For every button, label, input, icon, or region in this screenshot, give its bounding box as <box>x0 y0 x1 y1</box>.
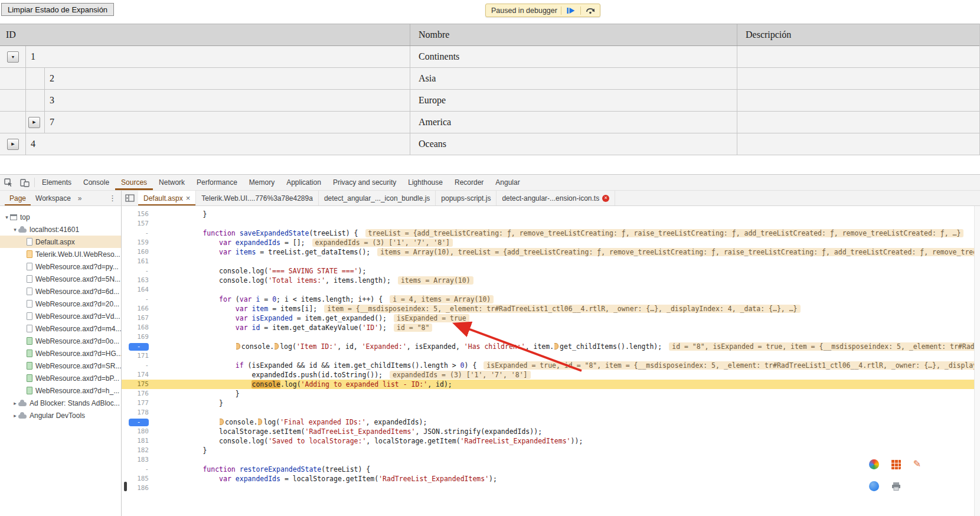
file-tab-detect-angular-icon-bundle-js[interactable]: detect_angular_..._icon_bundle.js <box>319 191 436 205</box>
table-extension-icon[interactable] <box>891 459 901 469</box>
device-toolbar-button[interactable] <box>17 175 33 190</box>
nav-item-ad-blocker-stands-adbloc-[interactable]: ▸Ad Blocker: Stands AdBloc... <box>0 397 121 409</box>
cell-desc <box>737 46 979 67</box>
nav-item-localhost-41601[interactable]: ▾localhost:41601 <box>0 223 121 236</box>
chevron-right-icon[interactable]: ▸ <box>12 400 18 406</box>
nav-item-webresource-axd-d-vd-[interactable]: WebResource.axd?d=Vd... <box>0 310 121 322</box>
tab-angular[interactable]: Angular <box>489 175 525 190</box>
line-number[interactable]: 164 <box>122 285 155 295</box>
nav-item-webresource-axd-d-h-[interactable]: WebResource.axd?d=h_... <box>0 384 121 397</box>
code-line: - console.log('Final expanded IDs:', exp… <box>122 417 980 427</box>
tab-lighthouse[interactable]: Lighthouse <box>402 175 449 190</box>
clear-expansion-state-button[interactable]: Limpiar Estado de Expansión <box>1 3 114 16</box>
line-number[interactable]: - <box>122 228 155 238</box>
inline-breakpoint-icon[interactable] <box>258 419 262 425</box>
tab-console[interactable]: Console <box>77 175 115 190</box>
nav-item-webresource-axd-d-0o-[interactable]: WebResource.axd?d=0o... <box>0 335 121 347</box>
line-number[interactable]: 177 <box>122 399 155 408</box>
tab-sources[interactable]: Sources <box>115 175 153 190</box>
nav-item-webresource-axd-d-sr-[interactable]: WebResource.axd?d=SR... <box>0 360 121 372</box>
navigator-toggle-button[interactable] <box>122 191 138 205</box>
line-number[interactable]: 168 <box>122 323 155 332</box>
nav-item-webresource-axd-d-m4-[interactable]: WebResource.axd?d=m4... <box>0 322 121 335</box>
nav-item-telerik-web-ui-webreso-[interactable]: Telerik.Web.UI.WebReso... <box>0 248 121 260</box>
line-number[interactable]: 156 <box>122 210 155 219</box>
line-number[interactable]: 174 <box>122 370 155 380</box>
file-tab-popups-script-js[interactable]: popups-script.js <box>436 191 496 205</box>
nav-item-webresource-axd-d-bp-[interactable]: WebResource.axd?d=bP... <box>0 372 121 384</box>
expand-row-button[interactable]: ▶ <box>28 117 40 128</box>
inline-breakpoint-icon[interactable] <box>554 343 558 350</box>
inline-breakpoint-icon[interactable] <box>220 419 224 425</box>
tab-recorder[interactable]: Recorder <box>449 175 489 190</box>
line-number[interactable]: 175 <box>122 380 155 389</box>
line-number[interactable]: 181 <box>122 436 155 446</box>
editor-scrollbar[interactable] <box>974 206 980 516</box>
code-token: , expandedIds); <box>366 418 427 426</box>
line-number[interactable]: - <box>122 295 155 304</box>
line-number[interactable]: 159 <box>122 238 155 247</box>
scrollbar-thumb[interactable] <box>124 482 127 491</box>
line-number[interactable]: 180 <box>122 427 155 436</box>
collapse-row-button[interactable]: ▼ <box>7 51 19 63</box>
line-number[interactable]: - <box>122 465 155 474</box>
tab-network[interactable]: Network <box>153 175 191 190</box>
line-number[interactable]: 183 <box>122 455 155 465</box>
inspect-element-button[interactable] <box>0 175 17 190</box>
step-over-button[interactable] <box>584 5 596 16</box>
nav-item-top[interactable]: ▾top <box>0 211 121 223</box>
printer-icon[interactable] <box>891 481 901 491</box>
breakpoint-marker[interactable]: - <box>129 343 149 351</box>
chevron-down-icon[interactable]: ▾ <box>12 227 18 233</box>
chevron-right-icon[interactable]: ▸ <box>12 413 18 419</box>
line-number[interactable]: - <box>122 266 155 276</box>
blue-extension-icon[interactable] <box>869 481 879 491</box>
line-number[interactable]: 169 <box>122 332 155 342</box>
tab-performance[interactable]: Performance <box>191 175 243 190</box>
more-options-icon[interactable]: ⋮ <box>104 191 121 205</box>
line-number[interactable]: 171 <box>122 351 155 361</box>
tab-memory[interactable]: Memory <box>243 175 280 190</box>
code-content <box>155 285 980 295</box>
navigator-tab-page[interactable]: Page <box>5 191 31 205</box>
file-tab-default-aspx[interactable]: Default.aspx× <box>138 191 196 205</box>
more-tabs-icon[interactable]: » <box>76 191 84 205</box>
line-number[interactable]: 176 <box>122 389 155 399</box>
file-tab-detect-angular-ension-icon-ts[interactable]: detect-angular-...ension-icon.ts× <box>496 191 615 205</box>
breakpoint-marker[interactable]: - <box>129 419 149 426</box>
line-number[interactable]: - <box>122 361 155 370</box>
pencil-annotation-icon[interactable]: ✎ <box>912 459 922 469</box>
line-number[interactable]: 163 <box>122 276 155 285</box>
line-number[interactable]: 166 <box>122 304 155 313</box>
doc-orange-icon <box>27 250 32 258</box>
file-tab-telerik-web-ui-776-3a78e4289a[interactable]: Telerik.Web.UI....776%3a78e4289a <box>196 191 319 205</box>
line-number[interactable]: - <box>122 342 155 351</box>
nav-item-angular-devtools[interactable]: ▸Angular DevTools <box>0 409 121 422</box>
line-number[interactable]: 178 <box>122 408 155 417</box>
line-number[interactable]: 167 <box>122 313 155 323</box>
nav-item-webresource-axd-d-6d-[interactable]: WebResource.axd?d=6d... <box>0 285 121 298</box>
close-tab-icon[interactable]: × <box>186 194 191 202</box>
chevron-down-icon[interactable]: ▾ <box>4 214 10 220</box>
nav-item-default-aspx[interactable]: Default.aspx <box>0 236 121 248</box>
code-token: , localStorage.getItem( <box>366 437 460 445</box>
line-number[interactable]: 161 <box>122 257 155 266</box>
line-number[interactable]: 160 <box>122 247 155 257</box>
nav-item-webresource-axd-d-hg-[interactable]: WebResource.axd?d=HG... <box>0 347 121 360</box>
nav-item-webresource-axd-d-5n-[interactable]: WebResource.axd?d=5N... <box>0 273 121 285</box>
inline-breakpoint-icon[interactable] <box>275 343 279 350</box>
tab-privacy-and-security[interactable]: Privacy and security <box>327 175 402 190</box>
line-number[interactable]: 157 <box>122 219 155 228</box>
tab-application[interactable]: Application <box>280 175 327 190</box>
expand-row-button[interactable]: ▶ <box>7 139 19 150</box>
resume-script-button[interactable] <box>565 5 577 16</box>
colorful-extension-icon[interactable] <box>869 459 879 469</box>
tab-elements[interactable]: Elements <box>36 175 77 190</box>
nav-item-webresource-axd-d-py-[interactable]: WebResource.axd?d=py... <box>0 260 121 273</box>
inline-breakpoint-icon[interactable] <box>236 343 240 350</box>
line-number[interactable]: 182 <box>122 446 155 455</box>
line-number[interactable]: - <box>122 417 155 427</box>
nav-item-webresource-axd-d-20-[interactable]: WebResource.axd?d=20... <box>0 298 121 310</box>
code-token: item <box>252 305 269 313</box>
navigator-tab-workspace[interactable]: Workspace <box>31 191 76 205</box>
